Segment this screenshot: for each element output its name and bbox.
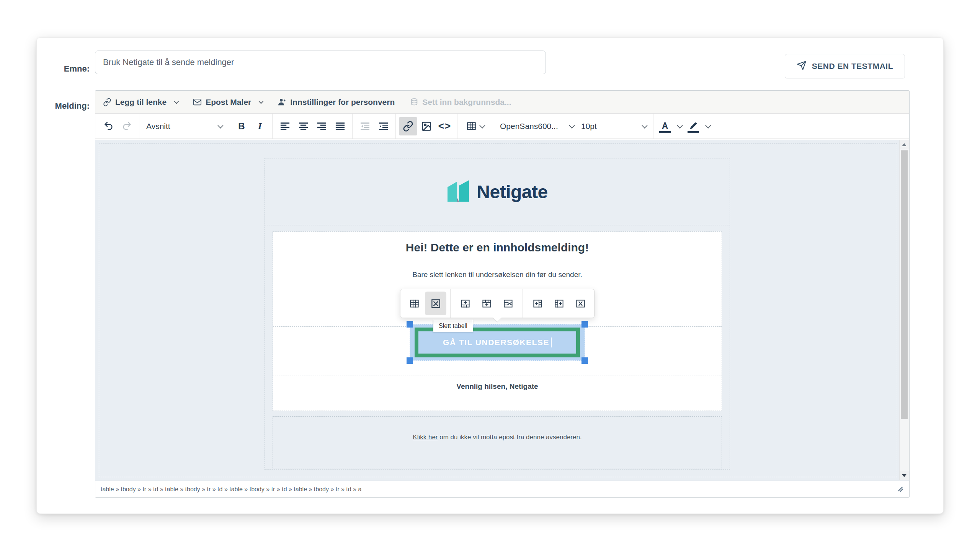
editor-statusbar: table » tbody » tr » td » table » tbody …	[95, 481, 909, 497]
privacy-settings-menu[interactable]: Innstillinger for personvern	[278, 98, 395, 107]
paper-plane-icon	[797, 60, 807, 72]
editor-toolbar: Avsnitt B I	[95, 114, 909, 139]
rich-text-editor: Legg til lenke Epost Maler Innst	[95, 90, 910, 498]
unsubscribe-text: om du ikke vil motta epost fra denne avs…	[438, 434, 582, 441]
toolbar-separator	[395, 114, 396, 139]
unsubscribe-link[interactable]: Klikk her	[413, 434, 438, 441]
highlight-menu-button[interactable]	[702, 117, 713, 135]
chevron-down-icon	[569, 122, 575, 129]
text-color-button[interactable]: A	[657, 117, 673, 135]
insert-column-before-icon[interactable]	[527, 292, 548, 315]
netigate-wordmark: Netigate	[477, 181, 547, 202]
toolbar-separator	[352, 114, 353, 139]
indent-button[interactable]	[374, 117, 392, 135]
email-body-table: Hei! Dette er en innholdsmelding! Bare s…	[273, 231, 722, 411]
editor-content-area[interactable]: Netigate Hei! Dette er en innholdsmeldin…	[95, 140, 909, 481]
message-label: Melding:	[37, 101, 90, 111]
triangle-down-icon	[902, 474, 906, 477]
person-icon	[278, 98, 286, 106]
email-editor-card: Emne: SEND EN TESTMAIL Melding: Legg til…	[36, 37, 944, 514]
email-heading: Hei! Dette er en innholdsmelding!	[273, 232, 722, 262]
text-color-menu-button[interactable]	[673, 117, 685, 135]
insert-background-data-menu: Sett inn bakgrunnsda...	[410, 98, 511, 107]
scroll-down-button[interactable]	[900, 471, 909, 480]
selection-handle[interactable]	[407, 321, 413, 328]
delete-table-icon[interactable]	[425, 292, 446, 315]
font-size-select[interactable]: 10pt	[577, 122, 650, 131]
chevron-down-icon	[642, 122, 648, 129]
selection-handle[interactable]	[581, 321, 588, 328]
align-justify-icon[interactable]	[331, 117, 349, 135]
scrollbar-thumb[interactable]	[901, 150, 908, 419]
insert-background-data-label: Sett inn bakgrunnsda...	[422, 98, 511, 107]
selected-cta-table[interactable]: Slett tabell GÅ TIL UNDERSØKELSE	[410, 324, 585, 361]
toolbar-separator	[139, 114, 139, 139]
chevron-down-icon	[479, 122, 485, 129]
privacy-settings-label: Innstillinger for personvern	[290, 98, 395, 107]
subject-input[interactable]	[95, 51, 546, 74]
add-link-menu[interactable]: Legg til lenke	[103, 98, 178, 107]
scroll-up-button[interactable]	[900, 140, 909, 149]
element-path[interactable]: table » tbody » tr » td » table » tbody …	[101, 486, 361, 493]
go-to-survey-label: GÅ TIL UNDERSØKELSE	[443, 338, 549, 347]
align-right-icon[interactable]	[312, 117, 331, 135]
font-size-value: 10pt	[581, 122, 597, 131]
email-footer: Klikk her om du ikke vil motta epost fra…	[273, 416, 722, 468]
bold-button[interactable]: B	[232, 117, 251, 135]
insert-column-after-icon[interactable]	[548, 292, 570, 315]
insert-row-below-icon[interactable]	[476, 292, 497, 315]
toolbar-separator	[493, 114, 493, 139]
netigate-logo-icon	[447, 179, 470, 204]
chevron-down-icon	[174, 99, 179, 104]
table-button[interactable]	[461, 117, 490, 135]
insert-link-button[interactable]	[399, 117, 417, 135]
font-family-value: OpenSans600...	[500, 122, 558, 131]
envelope-icon	[193, 98, 202, 106]
font-family-select[interactable]: OpenSans600...	[496, 122, 577, 131]
toolbar-separator	[272, 114, 273, 139]
highlight-color-button[interactable]	[685, 117, 702, 135]
email-signature: Vennlig hilsen, Netigate	[273, 375, 722, 411]
redo-button	[118, 117, 136, 135]
source-code-button[interactable]: <>	[436, 117, 454, 135]
link-icon	[103, 98, 111, 106]
insert-row-above-icon[interactable]	[454, 292, 476, 315]
triangle-up-icon	[902, 143, 906, 146]
toolbar-separator	[457, 114, 457, 139]
selection-handle[interactable]	[407, 357, 413, 364]
align-left-icon[interactable]	[276, 117, 294, 135]
email-body-text: Bare slett lenken til undersøkelsen din …	[273, 262, 722, 279]
table-toolbar-wrap	[273, 289, 722, 318]
table-context-toolbar	[400, 289, 595, 318]
text-cursor	[551, 337, 552, 347]
delete-column-icon[interactable]	[570, 292, 591, 315]
vertical-scrollbar[interactable]	[899, 140, 909, 480]
database-icon	[410, 98, 418, 106]
chevron-down-icon	[217, 122, 224, 129]
table-props-icon[interactable]	[403, 292, 425, 315]
email-templates-menu[interactable]: Epost Maler	[193, 98, 262, 107]
toolbar-separator	[523, 289, 523, 318]
insert-image-button[interactable]	[417, 117, 436, 135]
email-body-section: Bare slett lenken til undersøkelsen din …	[273, 262, 722, 375]
send-testmail-label: SEND EN TESTMAIL	[812, 62, 893, 71]
resize-grip-icon[interactable]	[896, 485, 904, 494]
send-testmail-button[interactable]: SEND EN TESTMAIL	[785, 54, 905, 78]
align-center-icon[interactable]	[294, 117, 312, 135]
toolbar-separator	[653, 114, 653, 139]
highlight-swatch	[688, 131, 699, 133]
delete-table-tooltip: Slett tabell	[433, 320, 473, 332]
undo-button[interactable]	[99, 117, 118, 135]
add-link-label: Legg til lenke	[115, 98, 167, 107]
italic-button[interactable]: I	[251, 117, 269, 135]
block-format-value: Avsnitt	[146, 122, 170, 131]
email-document: Netigate Hei! Dette er en innholdsmeldin…	[265, 158, 730, 470]
outdent-button	[356, 117, 374, 135]
block-format-select[interactable]: Avsnitt	[142, 122, 226, 131]
color-swatch	[659, 131, 671, 133]
delete-row-icon[interactable]	[497, 292, 519, 315]
toolbar-separator	[229, 114, 229, 139]
editor-menubar: Legg til lenke Epost Maler Innst	[95, 91, 909, 114]
selection-handle[interactable]	[581, 357, 588, 364]
chevron-down-icon	[259, 99, 264, 104]
